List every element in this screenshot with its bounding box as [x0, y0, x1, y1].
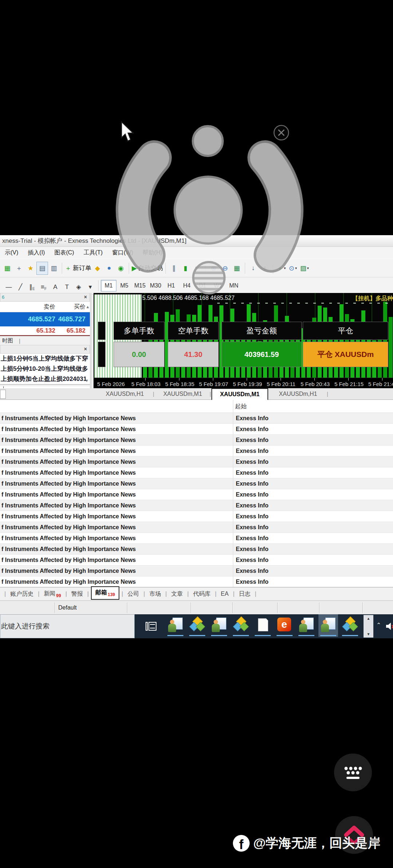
navigator-ea-item[interactable]: 上损1分钟5当上穿均线做多下穿 [0, 354, 90, 364]
scroll-down-icon[interactable]: ▼ [367, 632, 370, 636]
news-row[interactable]: f Instruments Affected by High Importanc… [0, 478, 393, 489]
news-row[interactable]: f Instruments Affected by High Importanc… [0, 446, 393, 457]
templates-button[interactable]: ▨▾ [299, 262, 310, 275]
news-row[interactable]: f Instruments Affected by High Importanc… [0, 500, 393, 511]
cloud-account-button[interactable]: ● [103, 262, 115, 275]
dropdown-tool[interactable]: ▾ [84, 280, 96, 292]
profiles-button[interactable]: ★ [25, 262, 36, 275]
gold-trader-taskbar-button[interactable] [187, 614, 207, 637]
market-watch-tabs[interactable]: 时图 | [0, 336, 90, 345]
timeframe-mn[interactable]: MN [226, 280, 242, 292]
periods-button[interactable]: ⊙▾ [287, 262, 299, 275]
data-window-button[interactable]: ▥ [48, 262, 60, 275]
scroll-up-icon[interactable]: ▲ [86, 305, 90, 309]
market-watch-row[interactable]: 65.13265.182 [0, 326, 90, 335]
navigator-titlebar[interactable]: × [0, 345, 90, 354]
task-view-icon[interactable] [145, 620, 157, 632]
auto-trading-button[interactable]: ▶自动交易 [131, 262, 163, 275]
terminal-tab-代码库[interactable]: 代码库 [191, 590, 213, 599]
menu-item[interactable]: 示(V) [0, 249, 23, 257]
new-order-button[interactable]: ＋新订单 [64, 262, 92, 275]
timeframe-m1[interactable]: M1 [101, 280, 116, 292]
terminal-tab-文章[interactable]: 文章 [169, 590, 185, 599]
close-position-button[interactable]: 平仓 XAUUSDm [303, 342, 388, 367]
gold-trader-taskbar-button[interactable] [340, 614, 360, 637]
gold-trader-taskbar-button[interactable] [231, 614, 251, 637]
scroll-up-icon[interactable]: ▲ [85, 355, 89, 359]
terminal-tab-日志[interactable]: 日志 [237, 590, 253, 599]
chart-tab[interactable]: XAUUSDm,H1 [271, 388, 325, 400]
equidistant-channel-tool[interactable]: ∥E [26, 280, 38, 292]
market-watch-titlebar[interactable]: 6 × [0, 293, 90, 302]
overlay-grip-handle[interactable] [192, 261, 226, 294]
menu-item[interactable]: 帮助(H) [138, 249, 167, 257]
new-chart-button[interactable]: ▦ [1, 262, 13, 275]
horizontal-line-tool[interactable]: — [3, 280, 15, 292]
menu-item[interactable]: 工具(T) [79, 249, 107, 257]
news-row[interactable]: f Instruments Affected by High Importanc… [0, 533, 393, 544]
start-column-header[interactable]: 起始 [235, 403, 247, 410]
window-titlebar[interactable]: xness-Trial - 模拟帐户 - Exness Technologies… [0, 235, 393, 247]
news-row[interactable]: f Instruments Affected by High Importanc… [0, 413, 393, 424]
mt-terminal-taskbar-button[interactable] [318, 614, 338, 637]
news-row[interactable]: f Instruments Affected by High Importanc… [0, 424, 393, 435]
signal-button[interactable]: ◉ [115, 262, 127, 275]
notepad-document-taskbar-button[interactable] [253, 614, 273, 637]
mt-terminal-taskbar-button[interactable] [209, 614, 229, 637]
news-row[interactable]: f Instruments Affected by High Importanc… [0, 435, 393, 446]
muted-speaker-icon[interactable] [385, 621, 393, 632]
terminal-tab-公司[interactable]: 公司 [125, 590, 141, 599]
step-forward-button[interactable]: ↑ [259, 262, 271, 275]
ask-column-header[interactable]: 买价 [55, 303, 86, 311]
text-tool[interactable]: A [49, 280, 61, 292]
menu-item[interactable]: 图表(C) [49, 249, 79, 257]
tick-chart-tab[interactable]: 时图 [2, 337, 13, 344]
terminal-tab-警报[interactable]: 警报 [69, 590, 85, 599]
navigator-ea-item[interactable]: 上损顺势加仓止盈止损2024031 [0, 374, 90, 384]
news-row[interactable]: f Instruments Affected by High Importanc… [0, 566, 393, 576]
profile-label[interactable]: Default [58, 601, 77, 615]
bid-column-header[interactable]: 卖价 [8, 303, 55, 311]
scroll-up-icon[interactable]: ▲ [367, 616, 370, 620]
timeframe-m5[interactable]: M5 [116, 280, 132, 292]
chart-tab[interactable]: XAUUSDm,H1 [98, 388, 152, 400]
timeframe-m15[interactable]: M15 [132, 280, 148, 292]
market-watch-button[interactable]: ▤ [36, 262, 48, 275]
terminal-tab-邮箱[interactable]: 邮箱139 [91, 586, 119, 600]
timeframe-m30[interactable]: M30 [148, 280, 163, 292]
close-icon[interactable]: × [84, 346, 87, 351]
fibonacci-tool[interactable]: ≡F [38, 280, 49, 292]
timeframe-h1[interactable]: H1 [163, 280, 179, 292]
news-row[interactable]: f Instruments Affected by High Importanc… [0, 457, 393, 467]
mt-terminal-taskbar-button[interactable] [166, 614, 185, 637]
trendline-tool[interactable]: ╱ [15, 280, 26, 292]
step-back-button[interactable]: ↓ [247, 262, 259, 275]
chart-tab[interactable]: XAUUSDm,M1 [155, 388, 210, 400]
terminal-tab-EA[interactable]: EA [219, 590, 231, 598]
close-icon[interactable]: × [84, 294, 87, 300]
news-row[interactable]: f Instruments Affected by High Importanc… [0, 489, 393, 500]
news-row[interactable]: f Instruments Affected by High Importanc… [0, 576, 393, 587]
taskbar-search-input[interactable]: 此键入进行搜索 [0, 614, 135, 638]
menu-item[interactable]: 窗口(W) [107, 249, 138, 257]
market-watch-row[interactable]: 4685.5274685.727 [0, 312, 90, 326]
terminal-tab-市场[interactable]: 市场 [147, 590, 163, 599]
chart-tab-stub[interactable] [0, 390, 6, 399]
news-row[interactable]: f Instruments Affected by High Importanc… [0, 511, 393, 522]
show-hidden-icons-chevron[interactable]: ⌃ [376, 622, 381, 628]
scroll-down-icon[interactable]: ▼ [85, 378, 89, 383]
news-row[interactable]: f Instruments Affected by High Importanc… [0, 555, 393, 566]
terminal-tab-新闻[interactable]: 新闻99 [41, 589, 63, 599]
arrows-tool[interactable]: ◈ [73, 280, 84, 292]
bar-chart-button[interactable]: ∥ [168, 262, 180, 275]
tile-windows-button[interactable]: ▦ [231, 262, 243, 275]
news-row[interactable]: f Instruments Affected by High Importanc… [0, 467, 393, 478]
internet-explorer-taskbar-button[interactable]: e [275, 614, 294, 637]
news-row[interactable]: f Instruments Affected by High Importanc… [0, 544, 393, 555]
crosshair-button[interactable]: ＋ [13, 262, 25, 275]
candlesticks-button[interactable]: ▮ [180, 262, 191, 275]
menu-item[interactable]: 插入(I) [23, 249, 49, 257]
mt-terminal-taskbar-button[interactable] [297, 614, 316, 637]
price-chart[interactable]: 5.506 4688.506 4685.168 4685.527 【挂机】多品种… [94, 293, 393, 388]
text-label-tool[interactable]: T [61, 280, 73, 292]
